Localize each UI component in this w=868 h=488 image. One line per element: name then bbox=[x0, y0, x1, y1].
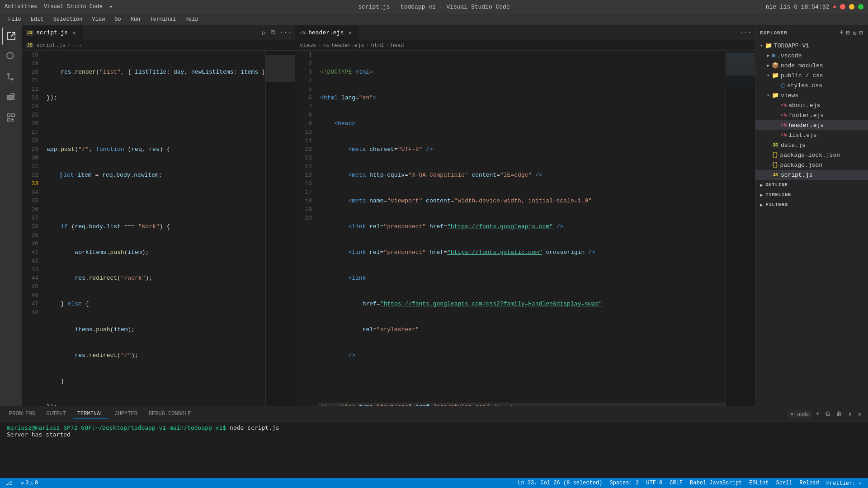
timeline-section-header[interactable]: ▶ TIMELINE bbox=[755, 190, 868, 200]
git-branch[interactable]: ⎇ bbox=[5, 480, 15, 487]
right-more-actions[interactable]: ··· bbox=[739, 28, 753, 37]
new-folder-icon[interactable]: ⊞ bbox=[846, 29, 850, 37]
line-ending-indicator[interactable]: CRLF bbox=[668, 480, 684, 486]
run-button[interactable]: ▷ bbox=[261, 28, 267, 38]
breadcrumb-header-ejs[interactable]: header.ejs bbox=[331, 42, 364, 49]
tab-script-js[interactable]: JS script.js ✕ bbox=[22, 25, 83, 41]
add-terminal-button[interactable]: + bbox=[814, 409, 821, 418]
root-folder[interactable]: ▾ 📁 TODOAPP-V1 bbox=[755, 41, 868, 51]
tab-terminal[interactable]: TERMINAL bbox=[73, 409, 108, 419]
tab-output[interactable]: OUTPUT bbox=[42, 409, 71, 419]
node-indicator[interactable]: ⊳ node bbox=[788, 410, 812, 418]
node-modules-folder[interactable]: ▶ 📦 node_modules bbox=[755, 61, 868, 70]
minimap-slider[interactable] bbox=[266, 55, 295, 82]
tab-script-js-label: script.js bbox=[36, 29, 68, 36]
filters-section-header[interactable]: ▶ FILTERS bbox=[755, 200, 868, 210]
code-line-24: if (req.body.list === "Work") { bbox=[44, 222, 265, 231]
vscode-label[interactable]: Visual Studio Code bbox=[44, 4, 103, 10]
reload-text: Reload bbox=[800, 480, 819, 486]
code-line-18: res.render("list", { listTitle: day, new… bbox=[44, 68, 265, 76]
terminal-output: Server has started bbox=[7, 431, 861, 438]
node-modules-label: node_modules bbox=[781, 62, 823, 69]
about-ejs-label: about.ejs bbox=[788, 102, 820, 109]
menu-view[interactable]: View bbox=[88, 15, 108, 23]
prettier-indicator[interactable]: Prettier: ✓ bbox=[825, 480, 863, 487]
footer-ejs-file[interactable]: <% footer.ejs bbox=[755, 110, 868, 120]
menu-file[interactable]: File bbox=[5, 15, 25, 23]
terminal-split-button[interactable]: ⧉ bbox=[824, 409, 832, 418]
language-indicator[interactable]: Babel JavaScript bbox=[689, 480, 743, 486]
maximize-button[interactable] bbox=[858, 4, 863, 9]
errors-count[interactable]: ✕ 0 △ 0 bbox=[19, 480, 39, 487]
tab-script-js-close[interactable]: ✕ bbox=[71, 29, 78, 37]
menu-terminal[interactable]: Terminal bbox=[146, 15, 179, 23]
package-lock-json-file[interactable]: {} package-lock.json bbox=[755, 150, 868, 160]
terminal-maximize-button[interactable]: ∧ bbox=[846, 409, 854, 419]
tab-header-ejs-close[interactable]: ✕ bbox=[346, 29, 354, 37]
right-code-line-10: href="https://fonts.googleapis.com/css2?… bbox=[318, 300, 726, 308]
views-folder-arrow: ▾ bbox=[764, 93, 772, 98]
close-button[interactable] bbox=[840, 4, 845, 9]
list-ejs-file[interactable]: <% list.ejs bbox=[755, 130, 868, 140]
breadcrumb-views[interactable]: views bbox=[300, 42, 316, 49]
root-folder-label: TODOAPP-V1 bbox=[774, 42, 809, 49]
tab-header-ejs[interactable]: <% header.ejs ✕ bbox=[295, 25, 359, 41]
search-icon[interactable] bbox=[2, 47, 20, 66]
cursor-position[interactable]: Ln 33, Col 26 (8 selected) bbox=[516, 480, 604, 486]
activities-label[interactable]: Activities bbox=[5, 4, 37, 10]
eslint-indicator[interactable]: ESLint bbox=[748, 480, 770, 486]
tab-jupyter[interactable]: JUPYTER bbox=[110, 409, 142, 419]
split-editor-button[interactable]: ⧉ bbox=[269, 28, 277, 37]
ejs-list-icon: <% bbox=[781, 132, 787, 138]
menu-help[interactable]: Help bbox=[182, 15, 202, 23]
reload-indicator[interactable]: Reload bbox=[798, 480, 821, 486]
debug-icon[interactable] bbox=[2, 88, 20, 106]
code-line-23 bbox=[44, 197, 265, 205]
right-code-line-3: <head> bbox=[318, 119, 726, 128]
breadcrumb-script-js[interactable]: script.js bbox=[36, 42, 66, 49]
refresh-icon[interactable]: ↻ bbox=[853, 29, 857, 37]
spaces-indicator[interactable]: Spaces: 2 bbox=[608, 480, 640, 486]
terminal-close-button[interactable]: ✕ bbox=[856, 409, 863, 419]
package-json-file[interactable]: {} package.json bbox=[755, 160, 868, 170]
collapse-all-icon[interactable]: ⊟ bbox=[859, 29, 863, 37]
title-bar-right: nie lis 6 18:54:32 ● bbox=[766, 4, 863, 10]
tab-problems[interactable]: PROBLEMS bbox=[5, 409, 40, 419]
menu-go[interactable]: Go bbox=[111, 15, 124, 23]
public-folder[interactable]: ▾ 📁 public / css bbox=[755, 70, 868, 80]
status-bar: ⎇ ✕ 0 △ 0 Ln 33, Col 26 (8 selected) Spa… bbox=[0, 478, 868, 488]
breadcrumb-head[interactable]: head bbox=[391, 42, 404, 49]
vscode-folder[interactable]: ▶ ⚙ .vscode bbox=[755, 51, 868, 61]
minimize-button[interactable] bbox=[849, 4, 854, 9]
tab-debug-console[interactable]: DEBUG CONSOLE bbox=[144, 409, 196, 419]
styles-css-file[interactable]: ⬡ styles.css bbox=[755, 80, 868, 90]
extensions-icon[interactable] bbox=[2, 108, 20, 127]
menu-selection[interactable]: Selection bbox=[50, 15, 86, 23]
terminal-kill-button[interactable]: 🗑 bbox=[834, 409, 844, 418]
terminal-content[interactable]: mariusz@mariusz-GP72-6QF:~/Desktop/todoa… bbox=[0, 422, 868, 478]
status-bar-left: ⎇ ✕ 0 △ 0 bbox=[5, 480, 39, 487]
menu-run[interactable]: Run bbox=[127, 15, 144, 23]
encoding-indicator[interactable]: UTF-8 bbox=[645, 480, 664, 486]
source-control-icon[interactable] bbox=[2, 68, 20, 86]
menu-edit[interactable]: Edit bbox=[27, 15, 47, 23]
js-file-icon: JS bbox=[26, 30, 33, 36]
new-file-icon[interactable]: + bbox=[840, 29, 844, 37]
pkg-lock-spacer bbox=[764, 153, 772, 158]
node-modules-arrow: ▶ bbox=[764, 63, 772, 68]
date-js-file[interactable]: JS date.js bbox=[755, 140, 868, 150]
breadcrumb-html[interactable]: html bbox=[371, 42, 384, 49]
about-ejs-file[interactable]: <% about.ejs bbox=[755, 100, 868, 110]
views-folder[interactable]: ▾ 📁 views bbox=[755, 90, 868, 100]
spell-indicator[interactable]: Spell bbox=[775, 480, 794, 486]
header-ejs-file[interactable]: <% header.ejs bbox=[755, 120, 868, 130]
css-file-icon: ⬡ bbox=[781, 82, 785, 89]
breadcrumb-ellipsis[interactable]: ··· bbox=[72, 42, 82, 49]
code-line-22: let item = req.body.newItem; bbox=[44, 171, 265, 179]
terminal-output-text: Server has started bbox=[7, 431, 71, 438]
outline-section-header[interactable]: ▶ OUTLINE bbox=[755, 180, 868, 190]
more-actions-button[interactable]: ··· bbox=[278, 28, 292, 37]
script-js-file[interactable]: JS script.js bbox=[755, 170, 868, 180]
explorer-icon[interactable] bbox=[2, 27, 20, 45]
terminal-line-1: mariusz@mariusz-GP72-6QF:~/Desktop/todoa… bbox=[7, 424, 861, 431]
